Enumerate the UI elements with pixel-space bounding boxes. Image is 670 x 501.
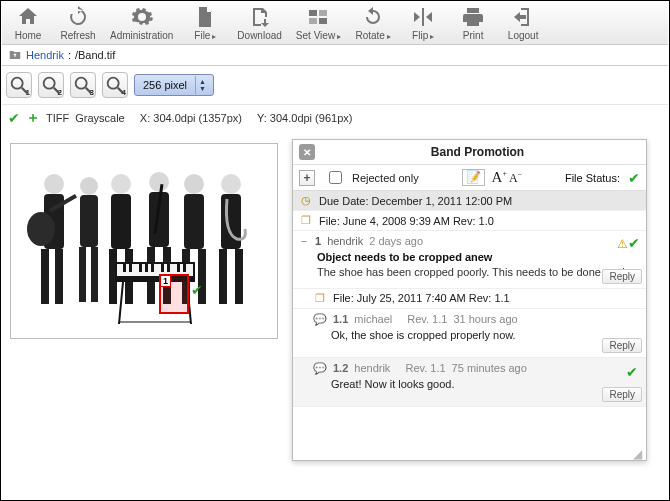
reply-user: michael	[354, 313, 392, 325]
reply-time: 31 hours ago	[453, 313, 517, 325]
meta-format: TIFF	[46, 112, 69, 124]
print-icon	[461, 5, 485, 29]
comment-reply-2: 💬 1.2 hendrik Rev. 1.1 75 minutes ago ✔ …	[293, 358, 646, 407]
caret-icon: ▸	[430, 32, 434, 41]
image-preview[interactable]: 1 ✔	[10, 143, 278, 339]
collapse-toggle[interactable]: −	[299, 235, 309, 247]
print-button[interactable]: Print	[453, 4, 493, 42]
svg-rect-16	[55, 249, 63, 304]
folder-up-icon[interactable]	[8, 48, 22, 62]
reply-time: 75 minutes ago	[452, 362, 527, 374]
svg-point-23	[111, 174, 131, 194]
svg-rect-21	[79, 247, 86, 302]
svg-rect-43	[129, 264, 132, 272]
caret-icon: ▸	[387, 32, 391, 41]
speech-bubble-icon: 💬	[313, 313, 327, 326]
meta-y: Y: 304.0dpi (961px)	[257, 112, 352, 124]
reply-number: 1.1	[333, 313, 348, 325]
flip-menu-button[interactable]: Flip▸	[403, 4, 443, 42]
download-label: Download	[237, 30, 281, 41]
plus-icon[interactable]: ＋	[26, 109, 40, 127]
file-menu-button[interactable]: File▸	[185, 4, 225, 42]
path-bar: Hendrik: /Band.tif	[2, 45, 668, 66]
zoom-preset-2-label: 2	[58, 88, 62, 97]
check-icon: ✔	[626, 364, 638, 380]
logout-button[interactable]: Logout	[503, 4, 543, 42]
path-sep: :	[68, 49, 71, 61]
page-icon: ❐	[299, 214, 313, 227]
reply-button[interactable]: Reply	[602, 338, 642, 353]
rotate-menu-button[interactable]: Rotate▸	[353, 4, 393, 42]
refresh-icon	[66, 5, 90, 29]
rejected-only-checkbox[interactable]	[329, 171, 342, 184]
path-user[interactable]: Hendrik	[26, 49, 64, 61]
font-smaller-button[interactable]: A−	[509, 170, 522, 186]
svg-rect-50	[183, 264, 186, 272]
warning-icon: ⚠	[617, 237, 628, 251]
print-label: Print	[463, 30, 484, 41]
svg-point-32	[184, 174, 204, 194]
panel-title: Band Promotion	[315, 145, 640, 159]
zoom-preset-3[interactable]: 3	[70, 72, 96, 98]
setview-menu-button[interactable]: Set View▸	[294, 4, 343, 42]
annotation-marker-number: 1	[160, 275, 171, 287]
comment-user: hendrik	[327, 235, 363, 247]
svg-rect-33	[184, 194, 204, 249]
file-rev-1-text: File: June 4, 2008 9:39 AM Rev: 1.0	[319, 215, 494, 227]
svg-rect-20	[80, 195, 98, 247]
setview-label: Set View	[296, 30, 335, 41]
logout-icon	[511, 5, 535, 29]
svg-point-13	[44, 174, 64, 194]
flip-label: Flip	[412, 30, 428, 41]
zoom-preset-1[interactable]: 1	[6, 72, 32, 98]
file-icon	[193, 5, 217, 29]
close-panel-button[interactable]: ✕	[299, 144, 315, 160]
page-icon: ❐	[313, 292, 327, 305]
zoom-select-value: 256 pixel	[143, 79, 187, 91]
zoom-preset-1-label: 1	[26, 88, 30, 97]
home-label: Home	[15, 30, 42, 41]
due-date-row: ◷ Due Date: December 1, 2011 12:00 PM	[293, 191, 646, 211]
main-toolbar: Home Refresh Administration File▸ Downlo…	[2, 2, 668, 45]
speech-bubble-icon: 💬	[313, 362, 327, 375]
meta-color: Grayscale	[75, 112, 125, 124]
edit-text-button[interactable]: 📝	[462, 169, 485, 186]
svg-rect-22	[91, 247, 98, 302]
reply-user: hendrik	[354, 362, 390, 374]
svg-rect-15	[41, 249, 49, 304]
panel-options: + Rejected only 📝 A+ A− File Status: ✔	[293, 165, 646, 191]
svg-point-4	[12, 78, 23, 89]
zoom-preset-2[interactable]: 2	[38, 72, 64, 98]
due-date-text: Due Date: December 1, 2011 12:00 PM	[319, 195, 512, 207]
reply-button[interactable]: Reply	[602, 387, 642, 402]
workspace: 1 ✔ ✕ Band Promotion + Rejected only 📝 A…	[2, 135, 668, 501]
download-button[interactable]: Download	[235, 4, 283, 42]
zoom-preset-4-label: 4	[122, 88, 126, 97]
svg-point-17	[27, 212, 55, 246]
refresh-label: Refresh	[60, 30, 95, 41]
home-button[interactable]: Home	[8, 4, 48, 42]
band-photo	[19, 154, 269, 329]
refresh-button[interactable]: Refresh	[58, 4, 98, 42]
administration-button[interactable]: Administration	[108, 4, 175, 42]
resize-handle[interactable]: ◢	[633, 447, 645, 459]
check-icon: ✔	[628, 235, 640, 251]
status-icons: ⚠✔	[617, 235, 640, 251]
font-bigger-button[interactable]: A+	[492, 169, 507, 186]
reply-button[interactable]: Reply	[602, 269, 642, 284]
download-icon	[248, 5, 272, 29]
check-icon: ✔	[8, 110, 20, 126]
svg-rect-42	[123, 264, 126, 272]
check-icon: ✔	[191, 282, 203, 298]
svg-rect-2	[309, 18, 317, 24]
file-label: File	[194, 30, 210, 41]
svg-rect-39	[235, 249, 243, 304]
annotation-marker-1[interactable]: 1 ✔	[159, 274, 189, 314]
zoom-select[interactable]: 256 pixel ▲▼	[134, 74, 214, 96]
add-comment-button[interactable]: +	[299, 170, 315, 186]
flip-icon	[411, 5, 435, 29]
stepper-icon: ▲▼	[195, 76, 209, 94]
comment-time: 2 days ago	[369, 235, 423, 247]
zoom-preset-4[interactable]: 4	[102, 72, 128, 98]
svg-point-27	[149, 172, 169, 192]
